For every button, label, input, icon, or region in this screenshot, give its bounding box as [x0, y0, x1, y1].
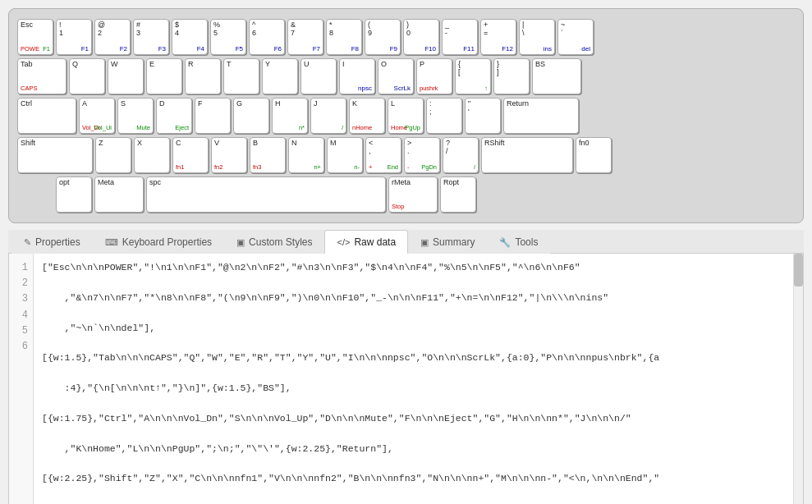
- code-line-4: [{w:2.25},"Shift","Z","X","C\n\n\nnfn1",…: [42, 471, 785, 486]
- properties-icon: ✎: [24, 237, 31, 248]
- key-n[interactable]: N n+: [288, 137, 324, 173]
- line-num-2: 2: [14, 276, 28, 291]
- key-h[interactable]: H n*: [272, 98, 308, 134]
- code-line-3b: ,"K\nHome","L\n\n\nPgUp",";\n;","\"\'",{…: [42, 442, 785, 456]
- code-line-3: [{w:1.75},"Ctrl","A\n\n\nVol_Dn","S\n\n\…: [42, 411, 785, 426]
- key-g[interactable]: G: [233, 98, 269, 134]
- tab-properties[interactable]: ✎ Properties: [11, 230, 93, 254]
- key-o[interactable]: O ScrLk: [378, 58, 414, 94]
- key-y[interactable]: Y: [262, 58, 298, 94]
- keyboard-properties-icon: ⌨: [105, 237, 118, 248]
- summary-icon: ▣: [420, 237, 429, 248]
- key-q[interactable]: Q: [69, 58, 105, 94]
- tab-custom-styles-label: Custom Styles: [249, 236, 312, 248]
- key-return[interactable]: Return: [503, 98, 579, 134]
- scrollbar-thumb[interactable]: [794, 254, 803, 286]
- key-f[interactable]: F: [195, 98, 231, 134]
- keyboard-container: Esc POWE F1 !1 F1 @2 F2 #3 F3 $4: [8, 8, 804, 223]
- key-c[interactable]: C fn1: [172, 137, 209, 173]
- key-grave[interactable]: ~` del: [557, 19, 594, 55]
- key-fn0[interactable]: fn0: [576, 137, 612, 173]
- key-x[interactable]: X: [134, 137, 170, 173]
- scrollbar[interactable]: [793, 254, 803, 504]
- line-num-3: 3: [14, 291, 28, 307]
- code-line-1: ["Esc\n\n\nPOWER","!\n1\n\nF1","@\n2\n\n…: [42, 260, 785, 275]
- key-6[interactable]: ^6 F6: [249, 19, 285, 55]
- key-row-4: Shift Z X C fn1 V fn2 B fn3 N n+: [17, 137, 795, 173]
- tab-summary[interactable]: ▣ Summary: [408, 230, 487, 254]
- key-semicolon[interactable]: :;: [426, 98, 462, 134]
- tab-raw-data[interactable]: </> Raw data: [324, 230, 408, 254]
- custom-styles-icon: ▣: [236, 237, 245, 248]
- keyboard: Esc POWE F1 !1 F1 @2 F2 #3 F3 $4: [17, 19, 795, 213]
- key-j[interactable]: J /: [310, 98, 346, 134]
- key-rbracket[interactable]: }]: [493, 58, 530, 94]
- key-backslash[interactable]: |\ ins: [519, 19, 555, 55]
- key-e[interactable]: E: [146, 58, 182, 94]
- key-m[interactable]: M n-: [327, 137, 363, 173]
- line-num-6: 6: [14, 339, 28, 355]
- key-i[interactable]: I npsc: [339, 58, 375, 94]
- key-0[interactable]: )0 F10: [403, 19, 439, 55]
- key-w[interactable]: W: [108, 58, 144, 94]
- key-ropt[interactable]: Ropt: [440, 176, 476, 213]
- line-num-1: 1: [14, 260, 28, 276]
- main-container: Esc POWE F1 !1 F1 @2 F2 #3 F3 $4: [0, 0, 812, 504]
- key-l[interactable]: L Home PgUp: [388, 98, 424, 134]
- line-num-4: 4: [14, 308, 28, 323]
- key-minus[interactable]: _- F11: [442, 19, 478, 55]
- key-opt[interactable]: opt: [56, 176, 92, 213]
- key-7[interactable]: &7 F7: [287, 19, 323, 55]
- tab-keyboard-properties-label: Keyboard Properties: [122, 236, 212, 248]
- code-line-2: [{w:1.5},"Tab\n\n\nCAPS","Q","W","E","R"…: [42, 351, 785, 365]
- key-row-3: Ctrl A Vol_Di Vol_Ui S Mute D Eject F G: [17, 98, 795, 134]
- key-row-1: Esc POWE F1 !1 F1 @2 F2 #3 F3 $4: [17, 19, 795, 55]
- key-t[interactable]: T: [223, 58, 259, 94]
- key-v[interactable]: V fn2: [211, 137, 247, 173]
- key-ctrl[interactable]: Ctrl: [17, 98, 76, 134]
- key-esc[interactable]: Esc POWE F1: [17, 19, 53, 55]
- key-a[interactable]: A Vol_Di Vol_Ui: [79, 98, 115, 134]
- key-rmeta[interactable]: rMeta Stop: [388, 176, 438, 213]
- key-8[interactable]: *8 F8: [326, 19, 362, 55]
- key-bs[interactable]: BS: [532, 58, 581, 94]
- key-s[interactable]: S Mute: [117, 98, 154, 134]
- tab-tools[interactable]: 🔧 Tools: [487, 230, 550, 254]
- key-quote[interactable]: "': [465, 98, 501, 134]
- key-5[interactable]: %5 F5: [210, 19, 246, 55]
- raw-data-icon: </>: [337, 237, 350, 247]
- key-row-5: opt Meta spc rMeta Stop Ropt: [17, 176, 795, 213]
- key-comma[interactable]: <, + End: [365, 137, 401, 173]
- tab-properties-label: Properties: [35, 236, 80, 248]
- code-line-2b: :4},"{\n[\n\n\nt↑","}\n]",{w:1.5},"BS"],: [42, 381, 785, 396]
- tab-keyboard-properties[interactable]: ⌨ Keyboard Properties: [93, 230, 224, 254]
- tab-custom-styles[interactable]: ▣ Custom Styles: [224, 230, 324, 254]
- key-4[interactable]: $4 F4: [172, 19, 208, 55]
- key-shift[interactable]: Shift: [17, 137, 93, 173]
- key-rshift[interactable]: RShift: [481, 137, 573, 173]
- key-equals[interactable]: += F12: [480, 19, 516, 55]
- key-meta[interactable]: Meta: [94, 176, 144, 213]
- code-content[interactable]: ["Esc\n\n\nPOWER","!\n1\n\nF1","@\n2\n\n…: [34, 254, 793, 504]
- key-space[interactable]: spc: [146, 176, 386, 213]
- key-2[interactable]: @2 F2: [94, 19, 131, 55]
- key-d[interactable]: D Eject: [156, 98, 192, 134]
- key-9[interactable]: (9 F9: [365, 19, 401, 55]
- tab-tools-label: Tools: [515, 236, 538, 248]
- key-period[interactable]: >. - PgDn: [404, 137, 440, 173]
- key-r[interactable]: R: [185, 58, 221, 94]
- key-p[interactable]: P pushrk: [416, 58, 452, 94]
- key-lbracket[interactable]: {[ ↑: [455, 58, 491, 94]
- key-1[interactable]: !1 F1: [56, 19, 92, 55]
- key-3[interactable]: #3 F3: [133, 19, 169, 55]
- key-slash[interactable]: ?/ /: [443, 137, 479, 173]
- key-b[interactable]: B fn3: [250, 137, 286, 173]
- key-k[interactable]: K nHome: [349, 98, 385, 134]
- key-z[interactable]: Z: [95, 137, 131, 173]
- tabs-bar: ✎ Properties ⌨ Keyboard Properties ▣ Cus…: [8, 230, 804, 254]
- key-u[interactable]: U: [300, 58, 337, 94]
- tab-raw-data-label: Raw data: [354, 236, 396, 248]
- tab-summary-label: Summary: [433, 236, 475, 248]
- key-tab[interactable]: Tab CAPS: [17, 58, 67, 94]
- tools-icon: 🔧: [499, 237, 511, 248]
